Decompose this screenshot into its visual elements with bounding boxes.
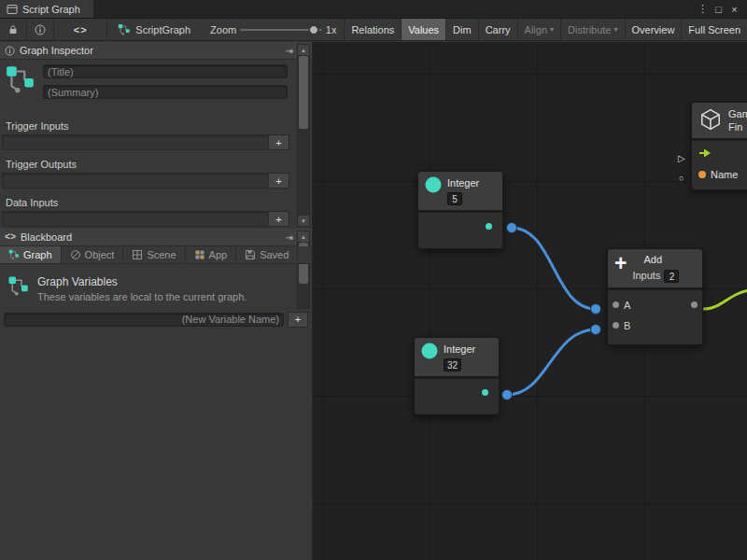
app-icon: [194, 249, 205, 260]
inspector-scrollbar-track[interactable]: [298, 55, 309, 216]
inputs-count-field[interactable]: 2: [664, 270, 679, 283]
connection-endpoint[interactable]: [507, 223, 517, 233]
name-port-dot[interactable]: [698, 171, 706, 178]
overview-button[interactable]: Overview: [625, 19, 682, 40]
trigger-inputs-label: Trigger Inputs: [6, 120, 312, 132]
graph-canvas[interactable]: Integer 5 Integer: [313, 42, 747, 560]
port-row-b: B: [608, 318, 702, 333]
connection-endpoint[interactable]: [591, 304, 601, 315]
lock-button[interactable]: [0, 19, 27, 40]
chevron-down-icon: ▾: [550, 25, 554, 34]
node-partial[interactable]: Gam Fin Name: [691, 102, 747, 190]
dim-toggle[interactable]: Dim: [445, 19, 478, 40]
dock-panel-icon[interactable]: ⇥: [286, 232, 293, 243]
tab-graph-label: Graph: [23, 249, 52, 260]
tab-scene[interactable]: Scene: [123, 246, 185, 263]
object-none-icon: [70, 249, 81, 260]
distribute-dropdown[interactable]: Distribute ▾: [560, 19, 624, 40]
window-controls: ⋮ □ ×: [695, 0, 747, 18]
zoom-slider-handle[interactable]: [309, 25, 318, 35]
output-port[interactable]: [482, 389, 488, 396]
node-title: Add: [643, 254, 696, 265]
add-variable-button[interactable]: +: [288, 312, 308, 328]
integer-value-field[interactable]: 5: [447, 192, 462, 205]
tab-scene-label: Scene: [147, 249, 176, 260]
tab-graph[interactable]: Graph: [0, 246, 62, 263]
dock-panel-icon[interactable]: ⇥: [286, 46, 293, 56]
new-variable-input[interactable]: [4, 313, 284, 327]
close-button[interactable]: ×: [726, 4, 742, 15]
graph-summary-input[interactable]: [43, 85, 288, 99]
connection-endpoint[interactable]: [502, 390, 513, 400]
node-integer-32[interactable]: Integer 32: [414, 337, 500, 415]
graph-inspector-title: Graph Inspector: [20, 45, 93, 56]
tab-saved[interactable]: Saved: [236, 246, 298, 263]
code-view-button[interactable]: <>: [54, 19, 107, 40]
integer-value-field[interactable]: 32: [444, 358, 461, 371]
flow-arrow-icon: [698, 148, 712, 158]
node-header[interactable]: Gam Fin: [692, 103, 747, 141]
values-toggle[interactable]: Values: [401, 19, 445, 40]
inspect-button[interactable]: [27, 19, 54, 40]
maximize-button[interactable]: □: [711, 4, 726, 15]
node-body: Name: [692, 141, 747, 189]
node-add[interactable]: + Add Inputs 2 A: [607, 248, 703, 345]
graph-title-input[interactable]: [43, 64, 288, 78]
carry-toggle[interactable]: Carry: [478, 19, 517, 40]
wire-integer5-to-add-a[interactable]: [512, 228, 596, 309]
scroll-up-icon[interactable]: ▲: [298, 45, 309, 55]
zoom-slider[interactable]: [240, 19, 321, 41]
window-tab-title: Script Graph: [22, 4, 80, 15]
graph-variables-heading: Graph Variables: [37, 275, 247, 288]
data-inputs-label: Data Inputs: [6, 197, 312, 208]
graph-toolbar: <> ScriptGraph Zoom 1x Relations Values …: [0, 19, 747, 41]
tab-script-graph[interactable]: Script Graph: [0, 0, 93, 18]
blackboard-title: Blackboard: [21, 231, 72, 243]
port-b-label: B: [624, 320, 630, 331]
window-menu-button[interactable]: ⋮: [695, 3, 711, 15]
node-title: Integer: [444, 343, 475, 356]
inspector-scrollbar[interactable]: ▲ ▼: [297, 44, 310, 227]
full-screen-button[interactable]: Full Screen: [681, 19, 747, 40]
output-port-sum[interactable]: [691, 301, 698, 308]
toolbar-toggles: Relations Values Dim Carry Align ▾ Distr…: [344, 19, 747, 40]
trigger-outputs-list: +: [2, 173, 289, 189]
scroll-down-icon[interactable]: ▼: [298, 216, 309, 226]
zoom-value: 1x: [321, 19, 345, 40]
input-port-b[interactable]: [613, 322, 619, 329]
script-graph-window-icon: [7, 4, 18, 15]
saved-icon: [245, 249, 256, 260]
distribute-label: Distribute: [568, 24, 611, 35]
node-body: [418, 213, 502, 248]
add-data-input-button[interactable]: +: [268, 212, 289, 226]
graph-variables-section: Graph Variables These variables are loca…: [0, 264, 312, 302]
graph-breadcrumb[interactable]: ScriptGraph: [107, 19, 201, 40]
tab-app[interactable]: App: [186, 246, 237, 263]
new-variable-row: +: [4, 311, 308, 328]
zoom-label: Zoom: [201, 19, 240, 40]
align-label: Align: [525, 24, 547, 35]
align-dropdown[interactable]: Align ▾: [517, 19, 560, 40]
inputs-label: Inputs: [632, 270, 660, 281]
info-icon: [35, 24, 46, 35]
add-trigger-input-button[interactable]: +: [268, 135, 289, 149]
output-port[interactable]: [486, 223, 492, 230]
name-port-label: Name: [711, 169, 738, 180]
graph-inspector-header: Graph Inspector ⇥: [0, 42, 312, 60]
connection-endpoint[interactable]: [591, 325, 601, 335]
value-input-port[interactable]: ○: [679, 175, 684, 183]
flow-input-port[interactable]: ▷: [678, 154, 685, 163]
relations-toggle[interactable]: Relations: [344, 19, 401, 40]
node-integer-5[interactable]: Integer 5: [417, 171, 503, 249]
wire-integer32-to-add-b[interactable]: [507, 329, 596, 395]
node-header[interactable]: + Add Inputs 2: [608, 249, 702, 290]
scroll-up-icon[interactable]: ▲: [298, 231, 309, 242]
node-header[interactable]: Integer 5: [418, 172, 502, 213]
add-trigger-output-button[interactable]: +: [268, 174, 289, 188]
wire-add-output[interactable]: [704, 290, 747, 309]
inspector-scrollbar-thumb[interactable]: [299, 56, 308, 129]
tab-object[interactable]: Object: [62, 246, 124, 263]
node-header[interactable]: Integer 32: [415, 338, 499, 379]
input-port-a[interactable]: [613, 301, 619, 308]
chevron-down-icon: ▾: [614, 25, 618, 34]
